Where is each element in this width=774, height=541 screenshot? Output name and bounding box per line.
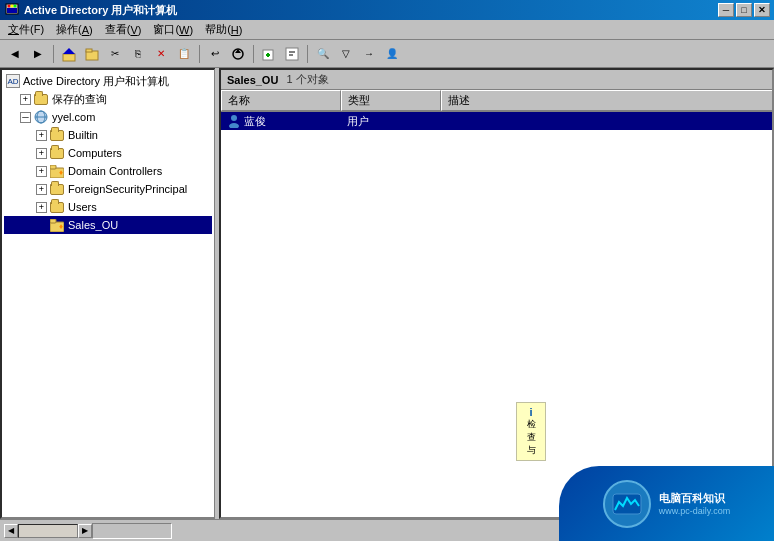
tree-root[interactable]: AD Active Directory 用户和计算机: [4, 72, 212, 90]
list-header: 名称 类型 描述: [221, 90, 772, 112]
title-bar: Active Directory 用户和计算机 ─ □ ✕: [0, 0, 774, 20]
expand-builtin[interactable]: +: [36, 130, 47, 141]
expand-foreign-security[interactable]: +: [36, 184, 47, 195]
folder-icon-builtin: [49, 127, 65, 143]
list-cell-description: [441, 120, 772, 122]
svg-point-2: [8, 5, 11, 8]
scroll-track[interactable]: [18, 524, 78, 538]
logo-circle: [603, 480, 651, 528]
tree-label-foreign-security: ForeignSecurityPrincipal: [68, 183, 187, 195]
folder-icon-foreign-security: [49, 181, 65, 197]
col-header-type[interactable]: 类型: [341, 90, 441, 111]
logo-area: 电脑百科知识 www.pc-daily.com: [559, 466, 774, 541]
filter-button[interactable]: ▽: [335, 43, 357, 65]
svg-rect-1: [7, 8, 17, 13]
tree-item-domain-controllers[interactable]: + ♦ Domain Controllers: [4, 162, 212, 180]
expand-computers[interactable]: +: [36, 148, 47, 159]
delete-button[interactable]: ✕: [150, 43, 172, 65]
tree-item-users[interactable]: + Users: [4, 198, 212, 216]
menu-file[interactable]: 文件(F): [2, 21, 50, 39]
tree-label-sales-ou: Sales_OU: [68, 219, 118, 231]
list-row[interactable]: 蓝俊 用户: [221, 112, 772, 130]
app-icon: [4, 2, 20, 18]
menu-window[interactable]: 窗口(W): [147, 21, 199, 39]
tree-item-yyel-com[interactable]: ─ yyel.com: [4, 108, 212, 126]
maximize-button[interactable]: □: [736, 3, 752, 17]
logo-title: 电脑百科知识: [659, 491, 730, 506]
tree-label-domain-controllers: Domain Controllers: [68, 165, 162, 177]
toolbar: ◀ ▶ ✂ ⎘ ✕ 📋 ↩ 🔍 ▽ → 👤: [0, 40, 774, 68]
svg-point-26: [231, 115, 237, 121]
properties-button[interactable]: [281, 43, 303, 65]
folder-icon-computers: [49, 145, 65, 161]
tree-label-computers: Computers: [68, 147, 122, 159]
expand-saved-queries[interactable]: +: [20, 94, 31, 105]
logo-text-area: 电脑百科知识 www.pc-daily.com: [659, 491, 730, 516]
menu-view[interactable]: 查看(V): [99, 21, 148, 39]
svg-rect-21: [50, 165, 56, 169]
paste-button[interactable]: 📋: [173, 43, 195, 65]
scroll-area: ◀ ▶: [4, 524, 92, 538]
tree-panel[interactable]: AD Active Directory 用户和计算机 + 保存的查询 ─ yye…: [0, 68, 215, 519]
move-button[interactable]: →: [358, 43, 380, 65]
expand-domain-controllers[interactable]: +: [36, 166, 47, 177]
menu-action[interactable]: 操作(A): [50, 21, 99, 39]
svg-point-3: [11, 5, 14, 8]
svg-rect-24: [50, 219, 56, 223]
menu-bar: 文件(F) 操作(A) 查看(V) 窗口(W) 帮助(H): [0, 20, 774, 40]
window-controls: ─ □ ✕: [718, 3, 770, 17]
info-icon: i: [520, 406, 542, 418]
logo-wave-icon: [611, 488, 643, 520]
tree-item-sales-ou[interactable]: ♦ Sales_OU: [4, 216, 212, 234]
new-button[interactable]: [258, 43, 280, 65]
close-button[interactable]: ✕: [754, 3, 770, 17]
tree-root-label: Active Directory 用户和计算机: [23, 74, 169, 89]
expand-yyel-com[interactable]: ─: [20, 112, 31, 123]
scroll-right-btn[interactable]: ▶: [78, 524, 92, 538]
tree-item-saved-queries[interactable]: + 保存的查询: [4, 90, 212, 108]
info-panel: i 检 查 与: [516, 402, 546, 461]
svg-rect-8: [86, 49, 92, 52]
svg-marker-6: [63, 48, 75, 54]
list-view[interactable]: 名称 类型 描述 蓝俊 用户: [221, 90, 772, 517]
right-panel-count: 1 个对象: [286, 72, 328, 87]
folder-icon-saved-queries: [33, 91, 49, 107]
delegate-button[interactable]: 👤: [381, 43, 403, 65]
back-button[interactable]: ◀: [4, 43, 26, 65]
ou-icon-sales: ♦: [49, 217, 65, 233]
up-button[interactable]: [58, 43, 80, 65]
minimize-button[interactable]: ─: [718, 3, 734, 17]
svg-text:♦: ♦: [59, 222, 63, 231]
col-header-description[interactable]: 描述: [441, 90, 772, 111]
undo-button[interactable]: ↩: [204, 43, 226, 65]
expand-users[interactable]: +: [36, 202, 47, 213]
tree-item-builtin[interactable]: + Builtin: [4, 126, 212, 144]
copy-button[interactable]: ⎘: [127, 43, 149, 65]
tree-label-yyel-com: yyel.com: [52, 111, 95, 123]
find-button[interactable]: 🔍: [312, 43, 334, 65]
right-panel-header: Sales_OU 1 个对象: [221, 70, 772, 90]
window-title: Active Directory 用户和计算机: [24, 3, 718, 18]
domain-icon-yyel: [33, 109, 49, 125]
list-cell-type: 用户: [341, 113, 441, 130]
svg-text:♦: ♦: [59, 168, 63, 177]
tree-item-computers[interactable]: + Computers: [4, 144, 212, 162]
logo-url: www.pc-daily.com: [659, 506, 730, 516]
scroll-left-btn[interactable]: ◀: [4, 524, 18, 538]
info-line-1: 检: [520, 418, 542, 431]
right-panel-title: Sales_OU: [227, 74, 278, 86]
tree-item-foreign-security[interactable]: + ForeignSecurityPrincipal: [4, 180, 212, 198]
status-panel: [92, 523, 172, 539]
list-cell-name: 蓝俊: [221, 113, 341, 130]
folder-button[interactable]: [81, 43, 103, 65]
refresh-button[interactable]: [227, 43, 249, 65]
menu-help[interactable]: 帮助(H): [199, 21, 248, 39]
tree-label-users: Users: [68, 201, 97, 213]
svg-point-4: [14, 5, 17, 8]
main-area: AD Active Directory 用户和计算机 + 保存的查询 ─ yye…: [0, 68, 774, 519]
info-line-3: 与: [520, 444, 542, 457]
cut-button[interactable]: ✂: [104, 43, 126, 65]
col-header-name[interactable]: 名称: [221, 90, 341, 111]
forward-button[interactable]: ▶: [27, 43, 49, 65]
info-line-2: 查: [520, 431, 542, 444]
